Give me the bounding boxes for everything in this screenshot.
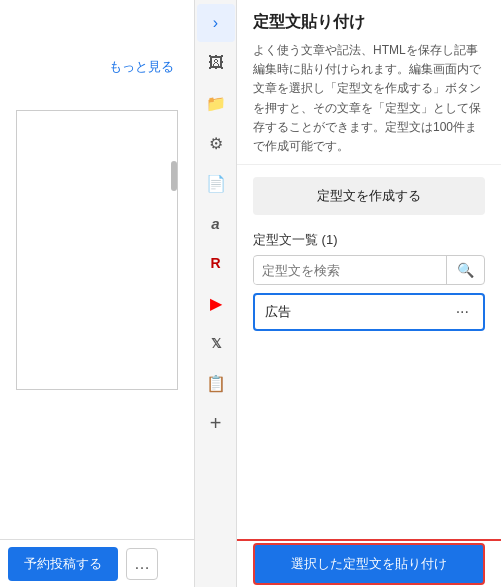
right-panel: 定型文貼り付け よく使う文章や記法、HTMLを保存し記事編集時に貼り付けられます… [237,0,501,587]
sidebar-icon-rakuten[interactable]: R [197,244,235,282]
left-panel: もっと見る 予約投稿する … [0,0,195,587]
twitter-icon: 𝕏 [211,336,221,351]
dots-menu-button[interactable]: … [126,548,158,580]
search-icon: 🔍 [457,262,474,278]
scroll-area [16,110,178,390]
scroll-thumb [171,161,177,191]
youtube-icon: ▶ [210,294,222,313]
gear-icon: ⚙ [209,134,223,153]
sidebar-icon-folder[interactable]: 📁 [197,84,235,122]
amazon-icon: a [211,215,219,232]
paste-template-button[interactable]: 選択した定型文を貼り付け [253,543,485,585]
create-template-button[interactable]: 定型文を作成する [253,177,485,215]
rakuten-icon: R [210,255,220,271]
chevron-right-icon: › [213,14,218,32]
panel-title: 定型文貼り付け [253,12,485,33]
left-content: もっと見る [0,0,194,587]
sidebar-icon-document[interactable]: 📄 [197,164,235,202]
document-icon: 📄 [206,174,226,193]
right-bottom-bar: 選択した定型文を貼り付け [237,539,501,587]
right-header: 定型文貼り付け よく使う文章や記法、HTMLを保存し記事編集時に貼り付けられます… [237,0,501,165]
list-item-text: 広告 [265,303,291,321]
panel-description: よく使う文章や記法、HTMLを保存し記事編集時に貼り付けられます。編集画面内で文… [253,41,485,156]
sidebar-icon-amazon[interactable]: a [197,204,235,242]
sidebar-icon-youtube[interactable]: ▶ [197,284,235,322]
section-label: 定型文一覧 (1) [237,227,501,255]
image-icon: 🖼 [208,54,224,72]
sidebar-icons: › 🖼 📁 ⚙ 📄 a R ▶ 𝕏 📋 + [195,0,237,587]
sidebar-icon-image[interactable]: 🖼 [197,44,235,82]
list-item[interactable]: 広告 ··· [253,293,485,331]
sidebar-icon-clipboard[interactable]: 📋 [197,364,235,402]
sidebar-icon-settings[interactable]: ⚙ [197,124,235,162]
left-bottom-bar: 予約投稿する … [0,539,194,587]
schedule-button[interactable]: 予約投稿する [8,547,118,581]
list-item-menu-button[interactable]: ··· [452,303,473,321]
sidebar-icon-chevron[interactable]: › [197,4,235,42]
sidebar-icon-plus[interactable]: + [197,404,235,442]
plus-icon: + [210,412,222,435]
folder-icon: 📁 [206,94,226,113]
more-link[interactable]: もっと見る [97,50,186,84]
search-button[interactable]: 🔍 [446,256,484,284]
clipboard-icon: 📋 [206,374,226,393]
sidebar-icon-twitter[interactable]: 𝕏 [197,324,235,362]
template-list: 広告 ··· [237,293,501,539]
search-row: 🔍 [253,255,485,285]
search-input[interactable] [254,257,446,284]
